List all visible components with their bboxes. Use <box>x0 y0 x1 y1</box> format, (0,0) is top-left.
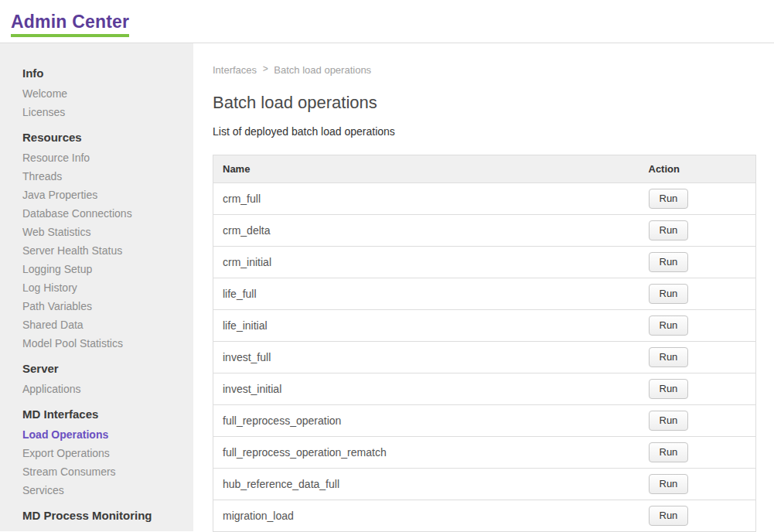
operation-name: crm_initial <box>213 247 639 278</box>
sidebar-item-export-operations[interactable]: Export Operations <box>22 444 186 462</box>
table-row: crm_fullRun <box>213 183 756 215</box>
action-cell: Run <box>639 183 756 215</box>
operation-name: crm_delta <box>213 215 639 247</box>
layout: InfoWelcomeLicensesResourcesResource Inf… <box>0 43 774 531</box>
sidebar-section-title: MD Interfaces <box>22 406 186 423</box>
action-cell: Run <box>639 405 756 437</box>
sidebar-section-title: Server <box>22 360 186 377</box>
sidebar-item-stream-consumers[interactable]: Stream Consumers <box>22 462 186 481</box>
operations-table-body: crm_fullRuncrm_deltaRuncrm_initialRunlif… <box>213 183 756 532</box>
run-button[interactable]: Run <box>649 284 689 304</box>
action-cell: Run <box>639 500 756 532</box>
top-header: Admin Center <box>0 0 774 43</box>
table-row: invest_fullRun <box>213 342 756 373</box>
table-row: hub_reference_data_fullRun <box>213 469 756 500</box>
run-button[interactable]: Run <box>649 252 689 272</box>
operations-table: Name Action crm_fullRuncrm_deltaRuncrm_i… <box>213 155 756 532</box>
operation-name: life_initial <box>213 310 639 342</box>
sidebar-item-welcome[interactable]: Welcome <box>22 84 186 103</box>
operation-name: life_full <box>213 278 639 310</box>
table-row: life_initialRun <box>213 310 756 342</box>
action-cell: Run <box>639 247 756 278</box>
sidebar-item-services[interactable]: Services <box>22 481 186 500</box>
table-row: life_fullRun <box>213 278 756 310</box>
breadcrumb: Interfaces > Batch load operations <box>213 64 774 77</box>
run-button[interactable]: Run <box>649 506 689 526</box>
column-header-action: Action <box>639 155 756 183</box>
sidebar-item-web-statistics[interactable]: Web Statistics <box>22 223 186 241</box>
run-button[interactable]: Run <box>649 189 689 209</box>
run-button[interactable]: Run <box>649 347 689 367</box>
breadcrumb-current: Batch load operations <box>274 64 371 76</box>
sidebar-section: ResourcesResource InfoThreadsJava Proper… <box>22 129 186 353</box>
table-row: full_reprocess_operationRun <box>213 405 756 437</box>
sidebar-item-logging-setup[interactable]: Logging Setup <box>22 260 186 278</box>
sidebar-item-applications[interactable]: Applications <box>22 380 186 398</box>
breadcrumb-interfaces[interactable]: Interfaces <box>213 64 257 76</box>
table-row: crm_deltaRun <box>213 215 756 247</box>
action-cell: Run <box>639 342 756 373</box>
action-cell: Run <box>639 310 756 342</box>
sidebar-section-title: Resources <box>22 129 186 146</box>
brand-link[interactable]: Admin Center <box>11 12 129 37</box>
sidebar-section: ServerApplications <box>22 360 186 398</box>
operation-name: crm_full <box>213 183 639 215</box>
sidebar-section: MD InterfacesLoad OperationsExport Opera… <box>22 406 186 500</box>
table-row: migration_loadRun <box>213 500 756 532</box>
action-cell: Run <box>639 215 756 247</box>
table-row: full_reprocess_operation_rematchRun <box>213 437 756 469</box>
operation-name: full_reprocess_operation_rematch <box>213 437 639 469</box>
page-subtitle: List of deployed batch load operations <box>213 125 774 138</box>
run-button[interactable]: Run <box>649 442 689 462</box>
sidebar-item-shared-data[interactable]: Shared Data <box>22 315 186 334</box>
sidebar-section-title: MD Process Monitoring <box>22 507 186 524</box>
breadcrumb-separator: > <box>263 63 268 75</box>
operation-name: full_reprocess_operation <box>213 405 639 437</box>
table-row: invest_initialRun <box>213 373 756 405</box>
operation-name: hub_reference_data_full <box>213 469 639 500</box>
sidebar: InfoWelcomeLicensesResourcesResource Inf… <box>0 43 193 531</box>
sidebar-item-server-health-status[interactable]: Server Health Status <box>22 241 186 260</box>
column-header-name: Name <box>213 155 639 183</box>
page-title: Batch load operations <box>213 91 774 114</box>
table-header-row: Name Action <box>213 155 756 183</box>
sidebar-item-path-variables[interactable]: Path Variables <box>22 297 186 315</box>
sidebar-item-licenses[interactable]: Licenses <box>22 103 186 121</box>
sidebar-item-load-operations[interactable]: Load Operations <box>22 425 186 444</box>
operation-name: invest_initial <box>213 373 639 405</box>
action-cell: Run <box>639 278 756 310</box>
table-row: crm_initialRun <box>213 247 756 278</box>
sidebar-sections: InfoWelcomeLicensesResourcesResource Inf… <box>22 65 186 524</box>
action-cell: Run <box>639 373 756 405</box>
sidebar-section: InfoWelcomeLicenses <box>22 65 186 121</box>
sidebar-item-log-history[interactable]: Log History <box>22 278 186 297</box>
sidebar-item-threads[interactable]: Threads <box>22 167 186 186</box>
operation-name: migration_load <box>213 500 639 532</box>
action-cell: Run <box>639 437 756 469</box>
sidebar-item-resource-info[interactable]: Resource Info <box>22 148 186 167</box>
sidebar-item-database-connections[interactable]: Database Connections <box>22 204 186 223</box>
run-button[interactable]: Run <box>649 411 689 431</box>
sidebar-section-title: Info <box>22 65 186 82</box>
run-button[interactable]: Run <box>649 474 689 494</box>
main-content: Interfaces > Batch load operations Batch… <box>193 43 774 531</box>
sidebar-section: MD Process Monitoring <box>22 507 186 524</box>
page: { "header": { "brand": "Admin Center" },… <box>0 0 774 532</box>
sidebar-item-java-properties[interactable]: Java Properties <box>22 186 186 204</box>
run-button[interactable]: Run <box>649 379 689 399</box>
run-button[interactable]: Run <box>649 315 689 336</box>
action-cell: Run <box>639 469 756 500</box>
sidebar-item-model-pool-statistics[interactable]: Model Pool Statistics <box>22 334 186 353</box>
run-button[interactable]: Run <box>649 220 689 240</box>
operation-name: invest_full <box>213 342 639 373</box>
